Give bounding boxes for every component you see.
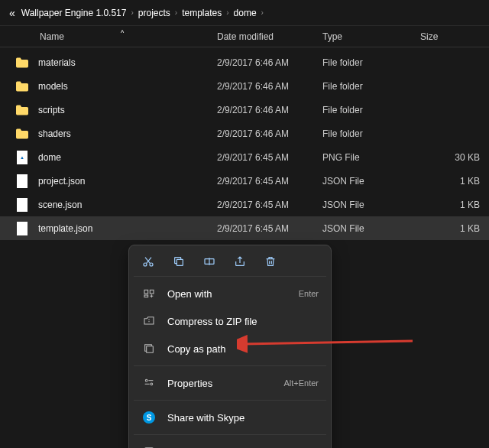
share-icon[interactable] [233, 255, 247, 268]
column-headers[interactable]: ^ Name Date modified Type Size [0, 26, 489, 47]
file-row[interactable]: models2/9/2017 6:46 AMFile folder [0, 74, 489, 98]
menu-item-open-with[interactable]: Open withEnter [134, 280, 326, 307]
file-row[interactable]: template.json2/9/2017 6:45 AMJSON File1 … [0, 216, 489, 240]
file-type: PNG File [322, 152, 420, 163]
folder-icon [14, 54, 31, 71]
chevron-right-icon: › [260, 8, 265, 17]
context-menu: Open withEnterCompress to ZIP fileCopy a… [128, 245, 332, 448]
menu-item-label: Properties [167, 378, 283, 389]
file-name: shaders [38, 128, 217, 139]
file-name: dome [38, 152, 217, 163]
breadcrumb-item[interactable]: projects [135, 8, 173, 18]
menu-item-label: Open with [167, 288, 299, 300]
menu-separator [134, 400, 326, 401]
file-icon [14, 220, 31, 237]
skype-icon: S [141, 410, 157, 425]
svg-point-0 [144, 263, 147, 266]
menu-item-properties[interactable]: PropertiesAlt+Enter [134, 369, 326, 397]
file-name: materials [38, 57, 217, 68]
file-name: models [38, 81, 217, 92]
chevron-right-icon: › [173, 8, 179, 17]
breadcrumb-item[interactable]: templates [179, 8, 225, 18]
file-size: 1 KB [420, 176, 489, 187]
svg-point-8 [145, 379, 147, 381]
file-name: project.json [38, 176, 217, 187]
file-date: 2/9/2017 6:45 AM [217, 176, 322, 187]
file-size: 1 KB [420, 200, 489, 210]
column-header-date[interactable]: Date modified [217, 31, 322, 42]
menu-item-label: Share with Skype [167, 412, 319, 424]
sort-indicator-icon: ^ [121, 29, 124, 37]
menu-separator [134, 365, 326, 366]
svg-point-9 [151, 383, 153, 385]
file-type: JSON File [322, 176, 420, 187]
file-icon [14, 173, 31, 190]
file-size: 1 KB [420, 223, 489, 234]
file-date: 2/9/2017 6:45 AM [217, 223, 322, 234]
column-header-type[interactable]: Type [322, 31, 420, 42]
file-type: File folder [322, 105, 420, 115]
file-date: 2/9/2017 6:46 AM [217, 81, 322, 92]
copypath-icon [141, 341, 157, 356]
file-icon [14, 196, 31, 213]
menu-item-skype[interactable]: SShare with Skype [134, 404, 326, 431]
menu-item-compress[interactable]: Compress to ZIP file [134, 307, 326, 335]
breadcrumb-item[interactable]: Wallpaper Engine 1.0.517 [18, 8, 130, 18]
file-type: File folder [322, 81, 420, 92]
menu-item-shortcut: Enter [299, 289, 319, 298]
file-date: 2/9/2017 6:46 AM [217, 57, 322, 68]
svg-rect-4 [144, 290, 148, 294]
openwith-icon [141, 286, 157, 301]
file-type: File folder [322, 57, 420, 68]
svg-rect-7 [147, 346, 154, 353]
menu-item-shortcut: Alt+Enter [283, 378, 319, 388]
chevron-right-icon: › [129, 8, 134, 17]
delete-icon[interactable] [264, 255, 277, 268]
more-icon [141, 444, 157, 448]
file-name: template.json [38, 223, 217, 234]
folder-icon [14, 125, 31, 142]
file-type: JSON File [322, 223, 420, 234]
column-header-name[interactable]: Name [14, 31, 217, 42]
rename-icon[interactable] [202, 255, 216, 268]
cut-icon[interactable] [141, 255, 155, 268]
column-header-size[interactable]: Size [420, 31, 489, 42]
menu-separator [134, 434, 326, 435]
file-row[interactable]: shaders2/9/2017 6:46 AMFile folder [0, 122, 489, 145]
file-type: File folder [322, 128, 420, 139]
svg-rect-5 [150, 290, 154, 294]
properties-icon [141, 375, 157, 391]
svg-rect-6 [144, 295, 148, 297]
copy-icon[interactable] [172, 255, 186, 268]
folder-icon [14, 102, 31, 118]
file-date: 2/9/2017 6:45 AM [217, 200, 322, 210]
breadcrumb-prev-icon[interactable]: « [6, 7, 18, 19]
file-row[interactable]: ▲dome2/9/2017 6:45 AMPNG File30 KB [0, 145, 489, 169]
file-type: JSON File [322, 200, 420, 210]
context-menu-top-row [134, 250, 326, 277]
file-row[interactable]: project.json2/9/2017 6:45 AMJSON File1 K… [0, 169, 489, 193]
file-icon: ▲ [14, 149, 31, 166]
breadcrumb-bar[interactable]: « Wallpaper Engine 1.0.517 › projects › … [0, 0, 489, 26]
file-date: 2/9/2017 6:45 AM [217, 152, 322, 163]
file-name: scripts [38, 105, 217, 115]
file-row[interactable]: scene.json2/9/2017 6:45 AMJSON File1 KB [0, 193, 489, 216]
file-size: 30 KB [420, 152, 489, 163]
menu-item-label: Copy as path [167, 343, 319, 355]
svg-point-1 [150, 263, 153, 266]
file-row[interactable]: scripts2/9/2017 6:46 AMFile folder [0, 98, 489, 122]
menu-item-label: Compress to ZIP file [167, 316, 319, 327]
menu-item-copy-path[interactable]: Copy as path [134, 335, 326, 362]
file-date: 2/9/2017 6:46 AM [217, 105, 322, 115]
breadcrumb-item[interactable]: dome [231, 8, 260, 18]
folder-icon [14, 78, 31, 95]
file-date: 2/9/2017 6:46 AM [217, 128, 322, 139]
file-name: scene.json [38, 200, 217, 210]
file-list: materials2/9/2017 6:46 AMFile foldermode… [0, 47, 489, 240]
file-row[interactable]: materials2/9/2017 6:46 AMFile folder [0, 50, 489, 74]
zip-icon [141, 313, 157, 329]
svg-rect-2 [176, 259, 183, 265]
menu-item-more[interactable]: Show more optionsShift+F10 [134, 438, 326, 448]
chevron-right-icon: › [225, 8, 230, 17]
